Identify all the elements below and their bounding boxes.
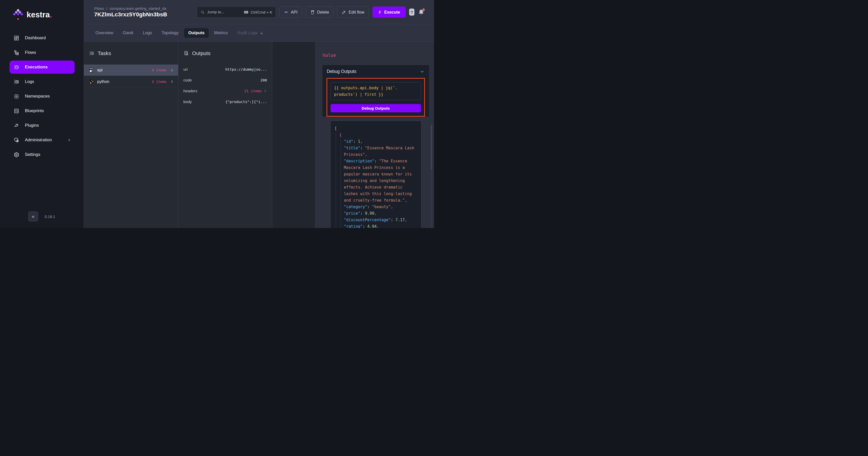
sidebar-item-flows[interactable]: Flows — [9, 46, 74, 59]
debug-outputs-header-label: Debug Outputs — [327, 69, 356, 74]
lock-icon — [260, 31, 264, 35]
tab-overview[interactable]: Overview — [91, 28, 117, 38]
jump-to-search[interactable]: Jump to... Ctrl/Cmd + K — [197, 6, 276, 18]
sidebar-item-logs[interactable]: Logs — [9, 75, 74, 88]
tasks-panel-title: Tasks — [98, 50, 111, 56]
output-row-code: code200 — [179, 75, 272, 85]
topbar-actions: Jump to... Ctrl/Cmd + K API API — [197, 6, 425, 18]
json-line: "title": "Essence Mascara Lash Princess"… — [335, 145, 418, 158]
sidebar-item-dashboard[interactable]: Dashboard — [9, 31, 74, 45]
task-row-api[interactable]: HTTP?api4 items — [84, 64, 178, 76]
sidebar-item-label: Executions — [25, 65, 48, 69]
outputs-doc-search-icon — [183, 51, 189, 56]
task-name: python — [97, 80, 109, 84]
json-line: "description": "The Essence Mascara Lash… — [335, 158, 418, 204]
help-button[interactable]: ? — [409, 8, 414, 16]
json-line: "discountPercentage": 7.17, — [335, 217, 418, 223]
output-value: https://dummyjso... — [225, 67, 267, 72]
app-version: 0.18.1 — [45, 215, 55, 219]
kestra-app: kestra. DashboardFlowsExecutionsLogsName… — [0, 0, 434, 228]
value-panel: Value Debug Outputs {{ outputs.api.body … — [315, 42, 434, 228]
tab-metrics[interactable]: Metrics — [210, 28, 232, 38]
value-panel-scrollbar[interactable] — [431, 125, 432, 228]
output-key: uri — [183, 67, 188, 72]
output-row-headers[interactable]: headers21 items — [179, 85, 272, 96]
chevron-right-icon — [170, 68, 174, 73]
logs-icon — [13, 79, 19, 85]
tab-logs[interactable]: Logs — [138, 28, 156, 38]
sidebar-item-administration[interactable]: Administration — [9, 134, 74, 147]
http-task-icon: HTTP? — [89, 67, 94, 73]
tabs-bar: OverviewGanttLogsTopologyOutputsMetricsA… — [84, 24, 434, 42]
chevron-right-icon[interactable] — [263, 89, 267, 93]
api-button[interactable]: API API — [279, 6, 302, 18]
sidebar-nav: DashboardFlowsExecutionsLogsNamespacesBl… — [0, 27, 84, 165]
breadcrumb-flows-link[interactable]: Flows — [94, 6, 104, 10]
lightning-icon — [378, 10, 382, 14]
chevron-down-icon — [420, 69, 425, 74]
sidebar-item-blueprints[interactable]: Blueprints — [9, 104, 74, 117]
sidebar-item-executions[interactable]: Executions — [9, 61, 74, 74]
python-task-icon — [89, 79, 94, 84]
topbar-titles: Flows / company.team.getting_started_da … — [94, 6, 167, 18]
notifications-bell-icon[interactable] — [418, 9, 425, 15]
breadcrumb-flow-id[interactable]: company.team.getting_started_da — [110, 6, 166, 10]
sidebar-item-label: Administration — [25, 138, 52, 143]
chevron-right-icon — [170, 80, 174, 84]
search-shortcut: Ctrl/Cmd + K — [244, 9, 272, 15]
json-code: [{"id": 1,"title": "Essence Mascara Lash… — [335, 125, 418, 228]
outputs-panel: Outputs urihttps://dummyjso...code200hea… — [178, 42, 272, 228]
delete-button[interactable]: Delete — [306, 6, 334, 18]
dashboard-icon — [13, 35, 19, 41]
tab-gantt[interactable]: Gantt — [119, 28, 137, 38]
outputs-panel-title: Outputs — [192, 50, 211, 56]
search-placeholder: Jump to... — [207, 10, 224, 14]
tab-label: Outputs — [188, 30, 205, 35]
plugins-icon — [13, 123, 19, 129]
sidebar-item-label: Plugins — [25, 123, 39, 128]
main-area: Flows / company.team.getting_started_da … — [84, 0, 434, 228]
edit-flow-button[interactable]: Edit flow — [337, 6, 369, 18]
kestra-logo[interactable]: kestra. — [0, 0, 84, 27]
tab-label: Overview — [95, 30, 113, 35]
debug-outputs-header[interactable]: Debug Outputs — [322, 65, 429, 74]
collapse-sidebar-button[interactable]: « — [28, 211, 38, 222]
kestra-logo-icon — [13, 9, 23, 21]
chevron-right-icon — [67, 138, 71, 142]
json-line: "id": 1, — [335, 138, 418, 145]
tab-topology[interactable]: Topology — [157, 28, 183, 38]
next-level-empty-column — [272, 42, 315, 228]
output-value: {"products":[{"i... — [225, 100, 267, 104]
debug-outputs-card: Debug Outputs {{ outputs.api.body | jq('… — [322, 65, 429, 117]
execution-id-title: 7KZlmLc3rxz5Y0gbNn3bsB — [94, 11, 167, 18]
sidebar-footer: « 0.18.1 — [0, 211, 84, 228]
sidebar-item-plugins[interactable]: Plugins — [9, 119, 74, 132]
sidebar-item-namespaces[interactable]: Namespaces — [9, 90, 74, 103]
task-row-python[interactable]: python3 items — [84, 76, 178, 87]
tab-outputs[interactable]: Outputs — [184, 28, 209, 38]
sidebar-item-settings[interactable]: Settings — [9, 148, 74, 161]
sidebar-item-label: Dashboard — [25, 35, 46, 40]
tab-label: Topology — [161, 30, 179, 35]
execute-button[interactable]: Execute — [372, 6, 406, 18]
json-line: { — [335, 132, 418, 138]
output-value[interactable]: 21 items — [244, 89, 262, 93]
sidebar-item-label: Blueprints — [25, 108, 44, 113]
notification-dot — [423, 8, 425, 11]
outputs-panel-header: Outputs — [178, 42, 272, 58]
output-key: code — [183, 78, 192, 82]
tasks-panel-header: Tasks — [84, 42, 178, 58]
keyboard-icon — [244, 9, 249, 15]
debug-result-json-viewer[interactable]: [{"id": 1,"title": "Essence Mascara Lash… — [330, 121, 422, 228]
breadcrumb-separator: / — [106, 6, 107, 10]
output-key: headers — [183, 89, 197, 93]
tab-label: Gantt — [123, 30, 133, 35]
tab-audit-logs[interactable]: Audit Logs — [233, 28, 267, 38]
administration-icon — [13, 137, 19, 143]
output-key: body — [183, 99, 192, 104]
task-items-badge: 3 items — [152, 80, 166, 84]
debug-outputs-button[interactable]: Debug Outputs — [331, 104, 421, 112]
expression-input[interactable]: {{ outputs.api.body | jq('.products') | … — [331, 82, 421, 100]
output-row-uri: urihttps://dummyjso... — [179, 64, 272, 75]
svg-text:?: ? — [91, 70, 93, 72]
